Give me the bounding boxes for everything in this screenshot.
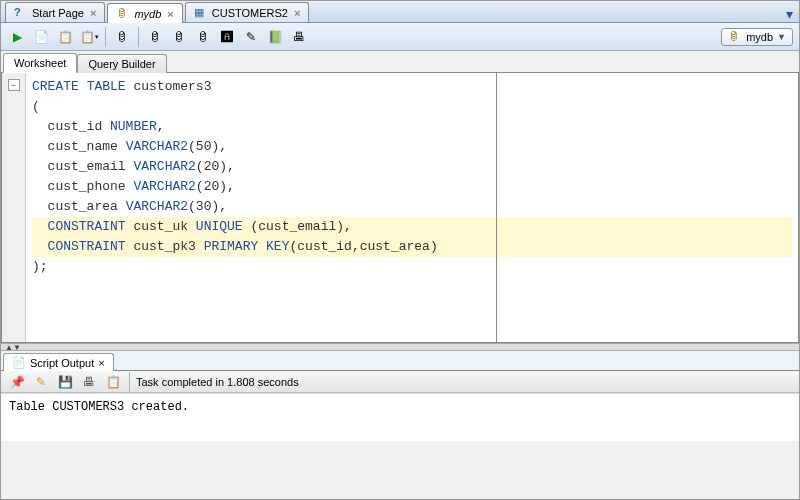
connection-dropdown[interactable]: 🛢 mydb ▼ bbox=[721, 28, 793, 46]
tab-label: Start Page bbox=[32, 7, 84, 19]
sql-keyword: VARCHAR2 bbox=[133, 159, 195, 174]
minimize-icon[interactable]: ▾ bbox=[786, 6, 793, 22]
sql-ident: cust_uk bbox=[126, 219, 196, 234]
table-icon: ▦ bbox=[194, 6, 208, 20]
sql-keyword: KEY bbox=[258, 239, 289, 254]
sql-text: (50), bbox=[188, 139, 227, 154]
output-tabbar: 📄 Script Output × bbox=[1, 351, 799, 371]
fold-toggle-icon[interactable]: − bbox=[8, 79, 20, 91]
tab-query-builder[interactable]: Query Builder bbox=[77, 54, 166, 73]
commit-button[interactable]: 🛢 bbox=[112, 27, 132, 47]
sql-ident: cust_id bbox=[32, 119, 110, 134]
sql-text: (cust_id,cust_area) bbox=[289, 239, 437, 254]
sql-keyword: UNIQUE bbox=[196, 219, 243, 234]
database-icon: 🛢 bbox=[728, 30, 742, 44]
tab-start-page[interactable]: ? Start Page × bbox=[5, 2, 105, 22]
sql-ident: customers3 bbox=[126, 79, 212, 94]
sql-keyword: VARCHAR2 bbox=[126, 199, 188, 214]
output-toolbar: 📌 ✎ 💾 🖶 📋 Task completed in 1.808 second… bbox=[1, 371, 799, 393]
separator bbox=[105, 27, 106, 47]
pin-button[interactable]: 📌 bbox=[7, 372, 27, 392]
to-upper-button[interactable]: 🅰 bbox=[217, 27, 237, 47]
unshared-button[interactable]: 🛢 bbox=[169, 27, 189, 47]
editor-gutter: − bbox=[2, 73, 26, 342]
rollback-button[interactable]: 🛢 bbox=[145, 27, 165, 47]
tab-script-output[interactable]: 📄 Script Output × bbox=[3, 353, 114, 371]
help-icon: ? bbox=[14, 6, 28, 20]
sql-keyword: NUMBER bbox=[110, 119, 157, 134]
sql-editor[interactable]: CREATE TABLE customers3 ( cust_id NUMBER… bbox=[26, 73, 798, 342]
sql-ident: cust_phone bbox=[32, 179, 133, 194]
autotrace-button[interactable]: 📋▾ bbox=[79, 27, 99, 47]
sql-keyword: VARCHAR2 bbox=[126, 139, 188, 154]
script-output-icon: 📄 bbox=[12, 356, 26, 369]
close-icon[interactable]: × bbox=[167, 8, 173, 20]
sql-keyword: CREATE bbox=[32, 79, 79, 94]
sql-text: (cust_email), bbox=[243, 219, 352, 234]
horizontal-splitter[interactable]: ▲▼ bbox=[1, 343, 799, 351]
sql-ident: cust_name bbox=[32, 139, 126, 154]
sql-keyword: VARCHAR2 bbox=[133, 179, 195, 194]
output-message: Table CUSTOMERS3 created. bbox=[9, 400, 791, 414]
database-icon: 🛢 bbox=[116, 7, 130, 21]
chevron-down-icon: ▼ bbox=[777, 32, 786, 42]
sql-keyword: CONSTRAINT bbox=[32, 219, 126, 234]
sql-text: ); bbox=[32, 259, 48, 274]
run-statement-button[interactable]: ▶ bbox=[7, 27, 27, 47]
save-output-button[interactable]: 💾 bbox=[55, 372, 75, 392]
tab-worksheet[interactable]: Worksheet bbox=[3, 53, 77, 73]
close-icon[interactable]: × bbox=[98, 357, 104, 369]
sql-history-button[interactable]: 🛢 bbox=[193, 27, 213, 47]
close-icon[interactable]: × bbox=[90, 7, 96, 19]
tab-label: mydb bbox=[134, 8, 161, 20]
output-tab-label: Script Output bbox=[30, 357, 94, 369]
dbms-output-button[interactable]: 🖶 bbox=[289, 27, 309, 47]
tab-customers2[interactable]: ▦ CUSTOMERS2 × bbox=[185, 2, 310, 22]
separator bbox=[129, 372, 130, 392]
sql-text: (20), bbox=[196, 179, 235, 194]
separator bbox=[138, 27, 139, 47]
clear-button[interactable]: ✎ bbox=[241, 27, 261, 47]
clear-output-button[interactable]: ✎ bbox=[31, 372, 51, 392]
sql-keyword: TABLE bbox=[87, 79, 126, 94]
output-body: Table CUSTOMERS3 created. bbox=[1, 393, 799, 441]
sql-paren: ( bbox=[32, 99, 40, 114]
tab-label: CUSTOMERS2 bbox=[212, 7, 288, 19]
connection-name: mydb bbox=[746, 31, 773, 43]
close-icon[interactable]: × bbox=[294, 7, 300, 19]
sql-toolbar: ▶ 📄 📋 📋▾ 🛢 🛢 🛢 🛢 🅰 ✎ 📗 🖶 🛢 mydb ▼ bbox=[1, 23, 799, 51]
sql-text: (30), bbox=[188, 199, 227, 214]
sql-ident: cust_email bbox=[32, 159, 133, 174]
sql-text: (20), bbox=[196, 159, 235, 174]
output-status-text: Task completed in 1.808 seconds bbox=[136, 376, 299, 388]
document-tabbar: ? Start Page × 🛢 mydb × ▦ CUSTOMERS2 × ▾ bbox=[1, 1, 799, 23]
editor-split-line[interactable] bbox=[496, 73, 497, 342]
sql-editor-area: − CREATE TABLE customers3 ( cust_id NUMB… bbox=[1, 73, 799, 343]
explain-plan-button[interactable]: 📋 bbox=[55, 27, 75, 47]
print-output-button[interactable]: 🖶 bbox=[79, 372, 99, 392]
sql-ident: cust_area bbox=[32, 199, 126, 214]
worksheet-tabbar: Worksheet Query Builder bbox=[1, 51, 799, 73]
sql-text: , bbox=[157, 119, 165, 134]
tab-mydb[interactable]: 🛢 mydb × bbox=[107, 3, 182, 23]
run-script-button[interactable]: 📄 bbox=[31, 27, 51, 47]
sql-keyword: CONSTRAINT bbox=[32, 239, 126, 254]
sql-ident: cust_pk3 bbox=[126, 239, 196, 254]
sql-keyword: PRIMARY bbox=[196, 239, 258, 254]
buffer-size-button[interactable]: 📋 bbox=[103, 372, 123, 392]
sql-recall-button[interactable]: 📗 bbox=[265, 27, 285, 47]
